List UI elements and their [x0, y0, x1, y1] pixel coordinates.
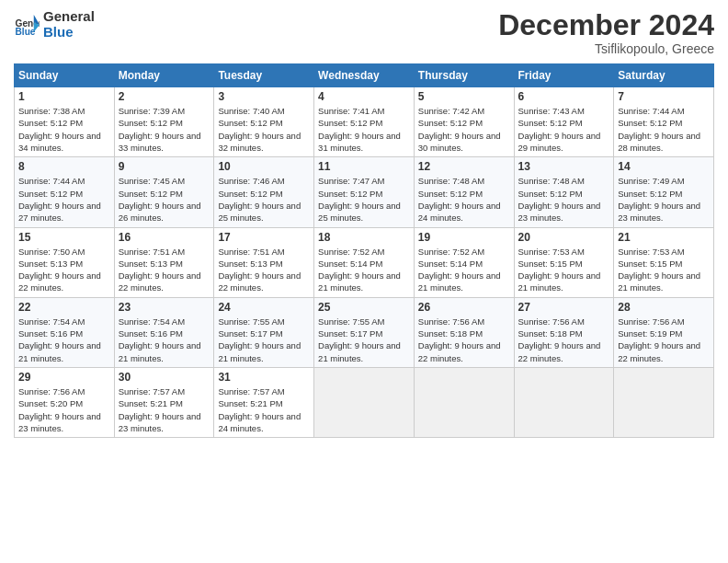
sunrise-text: Sunrise: 7:39 AM — [119, 106, 185, 116]
sunrise-text: Sunrise: 7:38 AM — [18, 106, 85, 116]
sunset-text: Sunset: 5:15 PM — [618, 259, 682, 269]
daylight-text: Daylight: 9 hours and 23 minutes. — [119, 411, 201, 433]
sunset-text: Sunset: 5:12 PM — [18, 189, 83, 199]
day-info: Sunrise: 7:40 AMSunset: 5:12 PMDaylight:… — [218, 105, 310, 154]
sunrise-text: Sunrise: 7:52 AM — [318, 247, 384, 257]
sunset-text: Sunset: 5:12 PM — [618, 118, 682, 128]
sunrise-text: Sunrise: 7:44 AM — [618, 106, 684, 116]
sunrise-text: Sunrise: 7:45 AM — [119, 176, 185, 186]
day-number: 18 — [318, 231, 410, 244]
day-info: Sunrise: 7:38 AMSunset: 5:12 PMDaylight:… — [18, 105, 110, 154]
weekday-header: Sunday — [15, 64, 115, 87]
sunset-text: Sunset: 5:14 PM — [418, 259, 483, 269]
day-info: Sunrise: 7:43 AMSunset: 5:12 PMDaylight:… — [518, 105, 610, 154]
day-number: 13 — [518, 160, 610, 173]
sunrise-text: Sunrise: 7:41 AM — [318, 106, 384, 116]
day-number: 29 — [18, 371, 110, 384]
day-number: 1 — [18, 90, 110, 103]
daylight-text: Daylight: 9 hours and 22 minutes. — [618, 340, 700, 362]
sunrise-text: Sunrise: 7:51 AM — [218, 247, 284, 257]
header-row: SundayMondayTuesdayWednesdayThursdayFrid… — [15, 64, 714, 87]
calendar-week-row: 15Sunrise: 7:50 AMSunset: 5:13 PMDayligh… — [15, 227, 714, 297]
day-info: Sunrise: 7:50 AMSunset: 5:13 PMDaylight:… — [18, 246, 110, 294]
sunrise-text: Sunrise: 7:56 AM — [418, 316, 484, 327]
sunset-text: Sunset: 5:12 PM — [518, 189, 583, 199]
day-number: 6 — [518, 90, 610, 103]
day-number: 2 — [119, 90, 210, 103]
sunrise-text: Sunrise: 7:56 AM — [518, 316, 585, 327]
calendar-cell — [414, 367, 514, 437]
day-info: Sunrise: 7:56 AMSunset: 5:20 PMDaylight:… — [18, 385, 110, 434]
day-info: Sunrise: 7:54 AMSunset: 5:16 PMDaylight:… — [18, 316, 110, 364]
sunrise-text: Sunrise: 7:49 AM — [618, 176, 684, 186]
sunrise-text: Sunrise: 7:54 AM — [119, 316, 185, 327]
sunset-text: Sunset: 5:15 PM — [518, 259, 583, 269]
sunset-text: Sunset: 5:12 PM — [318, 189, 382, 199]
sunset-text: Sunset: 5:12 PM — [318, 118, 382, 128]
day-info: Sunrise: 7:57 AMSunset: 5:21 PMDaylight:… — [119, 385, 210, 434]
sunrise-text: Sunrise: 7:56 AM — [18, 386, 85, 396]
weekday-header: Tuesday — [214, 64, 314, 87]
day-info: Sunrise: 7:52 AMSunset: 5:14 PMDaylight:… — [318, 246, 410, 294]
sunset-text: Sunset: 5:19 PM — [618, 328, 682, 339]
daylight-text: Daylight: 9 hours and 21 minutes. — [119, 340, 201, 362]
day-info: Sunrise: 7:44 AMSunset: 5:12 PMDaylight:… — [618, 105, 710, 154]
calendar-cell: 25Sunrise: 7:55 AMSunset: 5:17 PMDayligh… — [314, 297, 415, 367]
daylight-text: Daylight: 9 hours and 22 minutes. — [18, 270, 101, 293]
daylight-text: Daylight: 9 hours and 33 minutes. — [119, 131, 201, 153]
calendar-table: SundayMondayTuesdayWednesdayThursdayFrid… — [14, 63, 714, 438]
daylight-text: Daylight: 9 hours and 28 minutes. — [618, 131, 700, 153]
sunset-text: Sunset: 5:12 PM — [119, 118, 183, 128]
day-number: 17 — [218, 231, 310, 244]
calendar-cell: 19Sunrise: 7:52 AMSunset: 5:14 PMDayligh… — [414, 227, 514, 297]
calendar-cell: 6Sunrise: 7:43 AMSunset: 5:12 PMDaylight… — [514, 87, 614, 157]
sunset-text: Sunset: 5:12 PM — [18, 118, 83, 128]
sunset-text: Sunset: 5:16 PM — [119, 328, 183, 339]
sunrise-text: Sunrise: 7:44 AM — [18, 176, 85, 186]
day-number: 12 — [418, 160, 510, 173]
daylight-text: Daylight: 9 hours and 24 minutes. — [218, 411, 301, 433]
day-number: 30 — [119, 371, 210, 384]
day-info: Sunrise: 7:48 AMSunset: 5:12 PMDaylight:… — [418, 175, 510, 224]
sunrise-text: Sunrise: 7:46 AM — [218, 176, 284, 186]
daylight-text: Daylight: 9 hours and 25 minutes. — [218, 201, 301, 223]
sunrise-text: Sunrise: 7:48 AM — [518, 176, 585, 186]
calendar-cell: 28Sunrise: 7:56 AMSunset: 5:19 PMDayligh… — [614, 297, 714, 367]
day-number: 19 — [418, 231, 510, 244]
sunrise-text: Sunrise: 7:40 AM — [218, 106, 284, 116]
day-info: Sunrise: 7:53 AMSunset: 5:15 PMDaylight:… — [618, 246, 710, 294]
sunrise-text: Sunrise: 7:56 AM — [618, 316, 684, 327]
day-number: 27 — [518, 301, 610, 314]
daylight-text: Daylight: 9 hours and 21 minutes. — [318, 270, 401, 293]
day-number: 26 — [418, 301, 510, 314]
day-number: 20 — [518, 231, 610, 244]
daylight-text: Daylight: 9 hours and 21 minutes. — [618, 270, 700, 293]
sunset-text: Sunset: 5:13 PM — [18, 259, 83, 269]
day-number: 15 — [18, 231, 110, 244]
day-number: 31 — [218, 371, 310, 384]
calendar-cell: 12Sunrise: 7:48 AMSunset: 5:12 PMDayligh… — [414, 157, 514, 227]
calendar-week-row: 22Sunrise: 7:54 AMSunset: 5:16 PMDayligh… — [15, 297, 714, 367]
sunrise-text: Sunrise: 7:47 AM — [318, 176, 384, 186]
calendar-cell: 13Sunrise: 7:48 AMSunset: 5:12 PMDayligh… — [514, 157, 614, 227]
day-info: Sunrise: 7:55 AMSunset: 5:17 PMDaylight:… — [218, 316, 310, 364]
calendar-week-row: 29Sunrise: 7:56 AMSunset: 5:20 PMDayligh… — [15, 367, 714, 437]
calendar-cell: 23Sunrise: 7:54 AMSunset: 5:16 PMDayligh… — [114, 297, 214, 367]
month-title: December 2024 — [498, 9, 714, 41]
calendar-cell: 8Sunrise: 7:44 AMSunset: 5:12 PMDaylight… — [15, 157, 115, 227]
day-number: 9 — [119, 160, 210, 173]
sunset-text: Sunset: 5:18 PM — [418, 328, 483, 339]
sunrise-text: Sunrise: 7:55 AM — [218, 316, 284, 327]
sunrise-text: Sunrise: 7:53 AM — [518, 247, 585, 257]
daylight-text: Daylight: 9 hours and 25 minutes. — [318, 201, 401, 223]
day-number: 11 — [318, 160, 410, 173]
daylight-text: Daylight: 9 hours and 21 minutes. — [318, 340, 401, 362]
calendar-cell: 21Sunrise: 7:53 AMSunset: 5:15 PMDayligh… — [614, 227, 714, 297]
sunset-text: Sunset: 5:18 PM — [518, 328, 583, 339]
day-info: Sunrise: 7:42 AMSunset: 5:12 PMDaylight:… — [418, 105, 510, 154]
sunset-text: Sunset: 5:17 PM — [218, 328, 282, 339]
day-number: 28 — [618, 301, 710, 314]
calendar-cell: 17Sunrise: 7:51 AMSunset: 5:13 PMDayligh… — [214, 227, 314, 297]
calendar-cell: 10Sunrise: 7:46 AMSunset: 5:12 PMDayligh… — [214, 157, 314, 227]
calendar-cell: 2Sunrise: 7:39 AMSunset: 5:12 PMDaylight… — [114, 87, 214, 157]
